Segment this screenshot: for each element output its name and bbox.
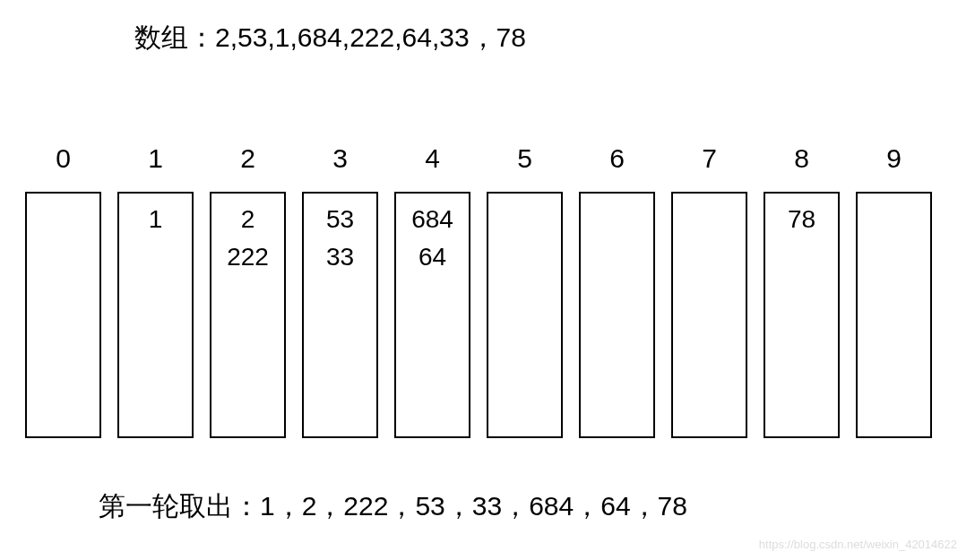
bucket-wrapper-3: 35333 (302, 143, 378, 438)
bucket-value: 78 (788, 204, 815, 235)
result-prefix: 第一轮取出： (99, 491, 260, 521)
bucket-wrapper-1: 11 (117, 143, 194, 438)
bucket-box-4: 68464 (394, 192, 470, 438)
buckets-row: 01122222353334684645678789 (25, 143, 932, 438)
bucket-box-2: 2222 (210, 192, 286, 438)
output-result-label: 第一轮取出：1，2，222，53，33，684，64，78 (99, 488, 687, 525)
bucket-value: 64 (418, 242, 446, 272)
bucket-index-2: 2 (240, 143, 255, 176)
bucket-index-7: 7 (702, 143, 717, 176)
bucket-box-8: 78 (764, 192, 840, 438)
bucket-index-3: 3 (332, 143, 348, 176)
bucket-box-1: 1 (117, 192, 194, 438)
bucket-wrapper-6: 6 (579, 143, 655, 438)
bucket-index-1: 1 (148, 143, 163, 176)
array-values: 2,53,1,684,222,64,33，78 (215, 22, 526, 52)
bucket-wrapper-0: 0 (25, 143, 101, 438)
bucket-value: 222 (227, 242, 269, 272)
watermark-text: https://blog.csdn.net/weixin_42014622 (759, 538, 957, 551)
bucket-box-6 (579, 192, 655, 438)
input-array-label: 数组：2,53,1,684,222,64,33，78 (134, 20, 526, 56)
bucket-wrapper-9: 9 (856, 143, 932, 438)
bucket-index-9: 9 (886, 143, 902, 176)
array-prefix: 数组： (134, 22, 215, 52)
bucket-box-0 (25, 192, 101, 438)
bucket-wrapper-7: 7 (671, 143, 747, 438)
bucket-box-7 (671, 192, 747, 438)
bucket-wrapper-5: 5 (487, 143, 563, 438)
bucket-wrapper-4: 468464 (394, 143, 470, 438)
bucket-index-0: 0 (56, 143, 71, 176)
bucket-box-3: 5333 (302, 192, 378, 438)
bucket-wrapper-2: 22222 (210, 143, 286, 438)
bucket-value: 2 (241, 204, 255, 235)
result-values: 1，2，222，53，33，684，64，78 (260, 491, 687, 521)
bucket-index-5: 5 (517, 143, 532, 176)
bucket-value: 53 (326, 204, 354, 235)
bucket-index-8: 8 (794, 143, 809, 176)
bucket-index-4: 4 (425, 143, 440, 176)
bucket-box-9 (856, 192, 932, 438)
bucket-index-6: 6 (609, 143, 625, 176)
bucket-value: 1 (149, 204, 163, 235)
bucket-wrapper-8: 878 (764, 143, 840, 438)
bucket-box-5 (487, 192, 563, 438)
bucket-value: 684 (411, 204, 453, 235)
bucket-value: 33 (326, 242, 354, 272)
